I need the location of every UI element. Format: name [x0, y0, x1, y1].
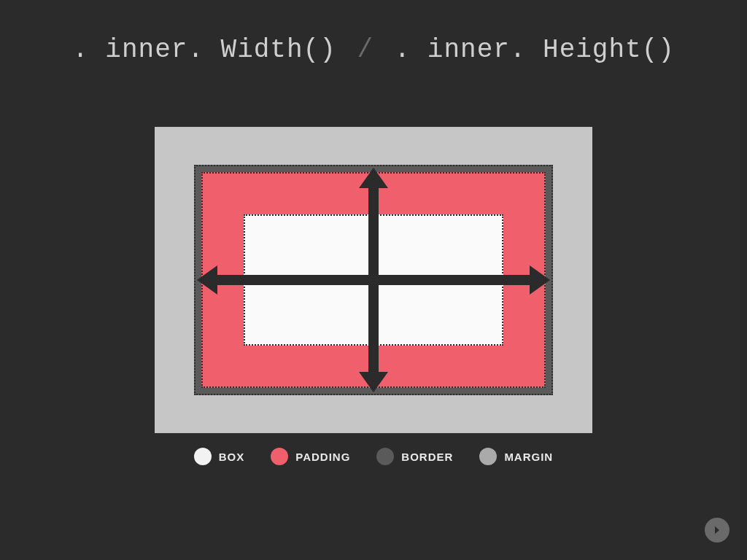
legend-item-box: BOX: [194, 448, 245, 465]
margin-layer: [155, 127, 592, 433]
swatch-padding: [271, 448, 288, 465]
legend: BOX PADDING BORDER MARGIN: [0, 448, 747, 465]
title-method-2: . inner. Height(): [395, 35, 675, 65]
legend-item-border: BORDER: [376, 448, 453, 465]
legend-item-padding: PADDING: [271, 448, 350, 465]
swatch-box: [194, 448, 212, 465]
next-slide-button[interactable]: [705, 518, 729, 542]
legend-label-box: BOX: [219, 451, 245, 463]
border-layer: [194, 165, 553, 395]
title-method-1: . inner. Width(): [72, 35, 336, 65]
inner-height-arrow: [368, 178, 379, 382]
title-separator: /: [357, 35, 374, 65]
box-model-diagram: [155, 127, 592, 433]
arrow-right-circle-icon: [711, 524, 724, 537]
legend-label-padding: PADDING: [295, 451, 350, 463]
legend-label-margin: MARGIN: [504, 451, 553, 463]
legend-item-margin: MARGIN: [479, 448, 553, 465]
swatch-border: [376, 448, 394, 465]
slide-title: . inner. Width() / . inner. Height(): [0, 35, 747, 65]
padding-layer: [201, 172, 546, 388]
swatch-margin: [479, 448, 497, 465]
legend-label-border: BORDER: [401, 451, 453, 463]
